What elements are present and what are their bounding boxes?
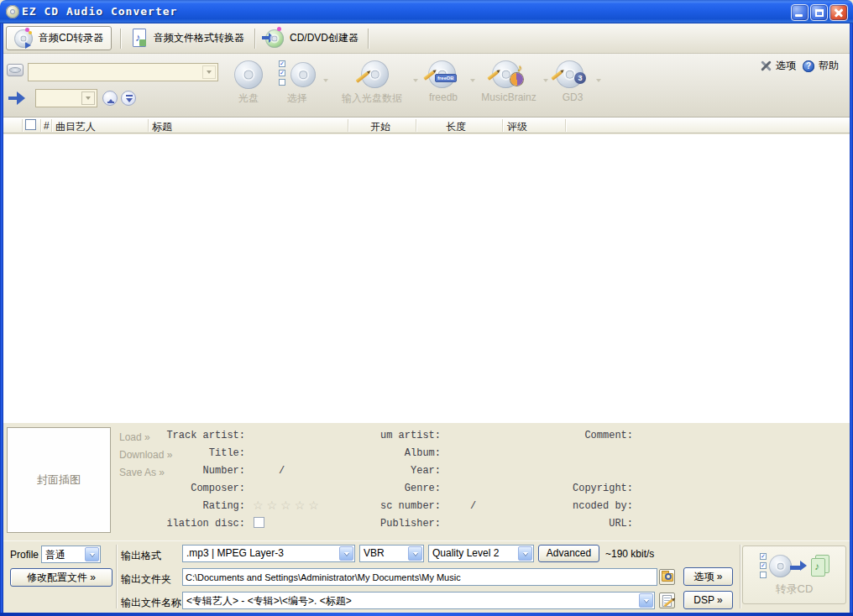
- folder-browse-icon: [662, 573, 673, 582]
- toolbar-select-button[interactable]: ✓ ✓ 选择: [275, 60, 319, 106]
- select-dropdown-arrow[interactable]: [323, 79, 328, 85]
- column-header-title[interactable]: 标题: [152, 120, 172, 134]
- cd-ripper-icon: [14, 29, 33, 48]
- toolbar-disc-button[interactable]: 光盘: [227, 60, 270, 106]
- toolbar: 光盘 ✓ ✓ 选择 输入光盘数据 freeDB: [3, 54, 850, 117]
- field-label-track-artist: Track artist:: [138, 430, 245, 441]
- field-label-composer: Composer:: [138, 483, 245, 494]
- tab-audio-file-converter[interactable]: ♪ 音频文件格式转换器: [123, 26, 252, 50]
- field-label-disc-number: sc number:: [339, 500, 441, 512]
- column-header-number[interactable]: #: [44, 120, 50, 132]
- rating-stars[interactable]: ☆☆☆☆☆: [253, 499, 322, 512]
- tab-label: CD/DVD创建器: [290, 31, 358, 45]
- chevron-down-icon: [81, 91, 95, 105]
- output-format-label: 输出格式: [121, 549, 161, 563]
- output-filename-combobox[interactable]: <专辑艺人> - <专辑>\<编号>. <标题>: [182, 592, 655, 609]
- field-label-rating: Rating:: [138, 500, 245, 512]
- cover-art-box[interactable]: 封面插图: [7, 427, 111, 533]
- tag-editor-panel: 封面插图 Load » Download » Save As » Track a…: [3, 423, 850, 540]
- field-label-number: Number:: [138, 465, 245, 477]
- field-label-compilation-disc: ilation disc:: [138, 518, 245, 530]
- advanced-button[interactable]: Advanced: [538, 545, 599, 562]
- compilation-disc-checkbox[interactable]: [254, 517, 264, 528]
- select-tracks-icon: ✓ ✓: [279, 60, 316, 89]
- column-header-length[interactable]: 长度: [446, 120, 466, 134]
- field-label-url: URL:: [541, 518, 633, 530]
- toolbar-freedb-button[interactable]: freeDB freedb: [421, 60, 465, 103]
- column-header-start[interactable]: 开始: [370, 120, 390, 134]
- chevron-down-icon: [518, 546, 532, 561]
- tools-icon: [760, 60, 772, 72]
- disc-number-separator: /: [470, 500, 476, 512]
- track-combobox[interactable]: [35, 89, 97, 107]
- chevron-down-icon: [202, 65, 216, 79]
- column-header-track-artist[interactable]: 曲目艺人: [55, 120, 96, 134]
- app-cd-icon: [6, 5, 19, 18]
- gd3-dropdown-arrow[interactable]: [596, 79, 601, 85]
- field-label-year: Year:: [339, 465, 441, 477]
- tab-cd-dvd-creator[interactable]: CD/DVD创建器: [258, 26, 366, 50]
- rip-cd-label: 转录CD: [743, 582, 845, 597]
- close-button[interactable]: [829, 4, 848, 21]
- minimize-button[interactable]: [791, 4, 809, 21]
- field-label-copyright: Copyright:: [541, 483, 633, 494]
- input-disc-data-dropdown-arrow[interactable]: [413, 79, 418, 85]
- load-disc-button[interactable]: [121, 91, 136, 106]
- toolbar-musicbrainz-button[interactable]: ♪ MusicBrainz: [479, 60, 539, 103]
- chevron-down-icon: [85, 547, 99, 561]
- dsp-button[interactable]: DSP »: [683, 591, 733, 609]
- options-button[interactable]: 选项: [760, 59, 796, 73]
- track-list-header: # 曲目艺人 标题 开始 长度 评级: [3, 117, 850, 133]
- freedb-dropdown-arrow[interactable]: [470, 79, 475, 85]
- column-header-rating[interactable]: 评级: [507, 120, 527, 134]
- field-label-comment: Comment:: [541, 430, 633, 441]
- maximize-button[interactable]: [810, 4, 828, 21]
- window-border-bottom: [0, 613, 853, 616]
- rip-cd-button[interactable]: ✓ ✓ ♪ 转录CD: [742, 546, 846, 604]
- disc-icon: [234, 60, 263, 89]
- load-disc-icon: [126, 98, 133, 106]
- bitrate-mode-combobox[interactable]: VBR: [359, 545, 424, 562]
- file-converter-icon: ♪: [131, 29, 148, 48]
- mode-tab-bar: 音频CD转录器 ♪ 音频文件格式转换器 CD/DVD创建器: [3, 23, 850, 54]
- track-list[interactable]: [3, 134, 850, 423]
- help-button[interactable]: ? 帮助: [803, 59, 839, 73]
- cover-art-label: 封面插图: [37, 472, 81, 488]
- bitrate-readout: ~190 kbit/s: [605, 548, 654, 560]
- musicbrainz-icon: ♪: [489, 60, 529, 89]
- freedb-icon: freeDB: [423, 60, 463, 89]
- modify-profile-button[interactable]: 修改配置文件 »: [10, 568, 113, 587]
- profile-combobox[interactable]: 普通: [41, 546, 101, 563]
- eject-button[interactable]: [102, 91, 118, 106]
- output-folder-input[interactable]: [182, 568, 657, 586]
- minimize-icon: [795, 14, 803, 17]
- quality-combobox[interactable]: Quality Level 2: [428, 545, 534, 562]
- drive-combobox[interactable]: [28, 63, 218, 81]
- output-settings-bar: Profile 普通 修改配置文件 » 输出格式 输出文件夹 输出文件名称 .m…: [3, 540, 850, 613]
- header-select-all-checkbox[interactable]: [25, 119, 36, 130]
- field-label-album: Album:: [339, 447, 441, 459]
- gd3-icon: 3: [552, 60, 593, 89]
- toolbar-gd3-button[interactable]: 3 GD3: [551, 60, 594, 103]
- rip-cd-icon: ✓ ✓ ♪: [760, 553, 832, 580]
- drive-icon: [7, 64, 24, 76]
- tab-label: 音频文件格式转换器: [154, 31, 244, 45]
- window-border-right: [850, 23, 853, 613]
- output-filename-label: 输出文件名称: [121, 596, 181, 610]
- edit-disc-data-icon: [353, 60, 390, 89]
- folder-options-button[interactable]: 选项 »: [683, 567, 733, 586]
- output-format-combobox[interactable]: .mp3 | MPEG Layer-3: [182, 545, 355, 562]
- tab-audio-cd-ripper[interactable]: 音频CD转录器: [6, 26, 112, 50]
- browse-folder-button[interactable]: [659, 569, 675, 585]
- edit-filename-button[interactable]: [659, 593, 675, 608]
- chevron-down-icon: [339, 546, 353, 561]
- toolbar-input-disc-data-button[interactable]: 输入光盘数据: [334, 60, 410, 106]
- tab-label: 音频CD转录器: [39, 31, 103, 45]
- chevron-down-icon: [408, 546, 422, 561]
- cd-creator-icon: [265, 29, 284, 48]
- field-label-album-artist: um artist:: [339, 430, 441, 441]
- musicbrainz-dropdown-arrow[interactable]: [543, 79, 548, 85]
- profile-label: Profile: [10, 549, 39, 561]
- help-icon: ?: [803, 60, 814, 72]
- app-window: EZ CD Audio Converter 音频CD转录器 ♪ 音频文件格式转换…: [0, 0, 853, 616]
